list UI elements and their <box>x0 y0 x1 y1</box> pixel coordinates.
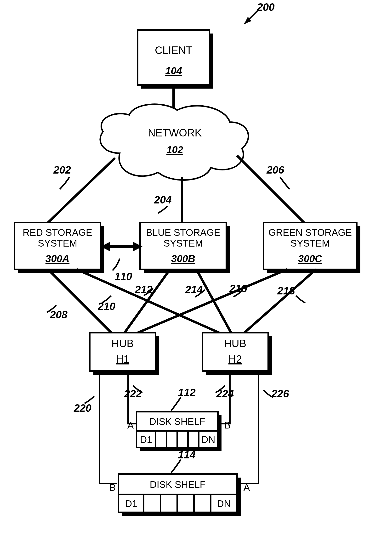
shelf2-portB: B <box>109 482 116 493</box>
shelf2-d1: D1 <box>125 498 137 509</box>
storage-red-ref: 300A <box>45 253 69 264</box>
link-224: 224 <box>216 388 234 400</box>
link-212: 212 <box>135 284 153 295</box>
interconnect: 110 <box>101 242 142 282</box>
shelf1-portA: A <box>127 420 134 430</box>
svg-line-22 <box>244 269 316 333</box>
storage-red-l1: RED STORAGE <box>23 227 92 238</box>
link-222: 222 <box>124 388 142 400</box>
shelf2-dn: DN <box>217 498 231 509</box>
link-214: 214 <box>185 284 203 295</box>
network-cloud: NETWORK 102 <box>100 104 248 180</box>
shelf2-label: DISK SHELF <box>150 479 205 490</box>
diagram: 200 CLIENT 104 NETWORK 102 202 204 206 R… <box>0 0 392 541</box>
shelf2-ref: 114 <box>178 449 195 461</box>
link-216: 216 <box>229 282 247 294</box>
storage-blue: BLUE STORAGE SYSTEM 300B <box>140 223 230 273</box>
link-206: 206 <box>266 164 284 176</box>
shelf1-dn: DN <box>201 434 215 445</box>
link-204: 204 <box>154 194 171 206</box>
hub-h1: HUB H1 <box>90 333 159 375</box>
hub-h2: HUB H2 <box>202 333 272 375</box>
client-ref: 104 <box>165 65 182 76</box>
link-202: 202 <box>53 164 71 176</box>
shelf2-portA: A <box>244 482 250 493</box>
link-218: 218 <box>277 285 295 297</box>
link-208: 208 <box>50 309 68 321</box>
storage-red: RED STORAGE SYSTEM 300A <box>14 223 104 273</box>
shelf1-label: DISK SHELF <box>149 416 205 427</box>
storage-blue-l1: BLUE STORAGE <box>146 227 220 238</box>
hub-h2-ref: H2 <box>228 353 242 365</box>
interconnect-ref: 110 <box>114 270 132 282</box>
client-label: CLIENT <box>155 44 192 56</box>
storage-red-l2: SYSTEM <box>38 238 77 248</box>
link-226: 226 <box>271 388 289 400</box>
disk-shelf-2: 114 B A DISK SHELF D1 DN <box>109 449 250 516</box>
disk-shelf-1: 112 A B DISK SHELF D1 DN <box>127 387 231 451</box>
network-ref: 102 <box>166 144 183 155</box>
svg-line-21 <box>138 269 287 333</box>
hub-h1-label: HUB <box>112 338 134 349</box>
hub-h2-label: HUB <box>224 338 246 349</box>
svg-rect-3 <box>138 30 210 85</box>
storage-blue-l2: SYSTEM <box>164 238 203 248</box>
storage-blue-ref: 300B <box>171 253 195 264</box>
shelf1-portB: B <box>224 420 231 430</box>
client-box: CLIENT 104 <box>138 30 213 89</box>
storage-green-l2: SYSTEM <box>290 238 330 248</box>
hub-h1-ref: H1 <box>116 353 129 365</box>
figure-ref-label: 200 <box>257 1 275 13</box>
storage-green-l1: GREEN STORAGE <box>268 227 352 238</box>
storage-green: GREEN STORAGE SYSTEM 300C <box>263 223 360 273</box>
link-210: 210 <box>97 300 115 312</box>
storage-green-ref: 300C <box>298 253 322 264</box>
shelf1-ref: 112 <box>178 387 196 398</box>
link-220: 220 <box>74 402 91 414</box>
figure-ref: 200 <box>244 1 275 24</box>
shelf1-d1: D1 <box>140 434 152 445</box>
network-label: NETWORK <box>148 127 202 139</box>
